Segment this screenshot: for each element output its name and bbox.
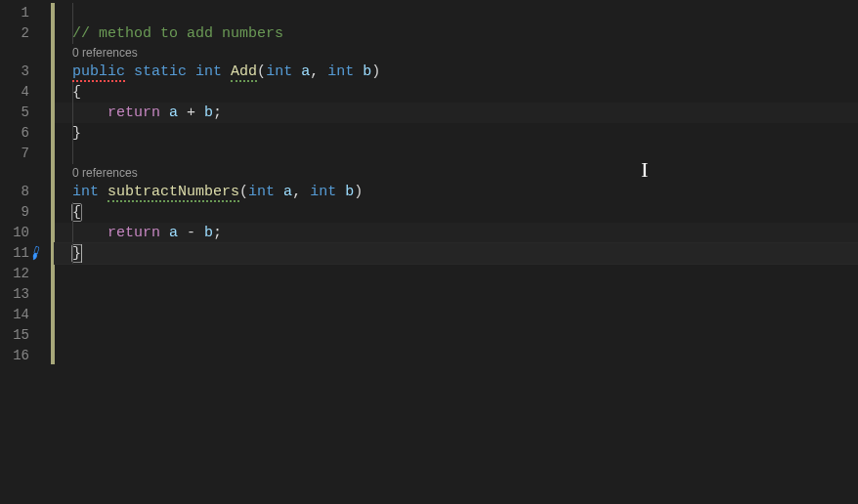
code-line[interactable] [55, 284, 858, 305]
line-number: 2 [0, 23, 51, 44]
line-number: 8 [0, 182, 51, 202]
indent-guide [72, 202, 73, 223]
code-line[interactable]: // method to add numbers [55, 23, 858, 44]
keyword-return: return [107, 225, 160, 241]
keyword-static: static [134, 63, 187, 80]
indent-guide [72, 3, 73, 23]
brace-close: } [72, 125, 81, 142]
comment-text: // method to add numbers [72, 25, 283, 42]
line-number: 10 [0, 223, 51, 243]
code-line[interactable] [55, 144, 858, 164]
type-int: int [195, 63, 222, 80]
brace-close: } [72, 245, 81, 262]
semicolon: ; [213, 105, 222, 121]
code-line-current[interactable]: } [55, 243, 858, 264]
comma: , [292, 184, 310, 200]
code-line[interactable]: return a + b; [55, 103, 858, 123]
paren-open: ( [239, 184, 248, 200]
type-int: int [266, 63, 292, 80]
code-content[interactable]: // method to add numbers 0 references pu… [55, 0, 858, 504]
line-number: 1 [0, 3, 51, 23]
ibeam-cursor-icon: I [641, 159, 648, 181]
operator-minus: - [178, 225, 204, 241]
code-line[interactable]: int subtractNumbers(int a, int b) [55, 182, 858, 202]
paren-open: ( [257, 63, 266, 80]
line-number: 15 [0, 325, 51, 346]
semicolon: ; [213, 225, 222, 241]
param-b: b [363, 63, 371, 80]
code-line[interactable] [55, 3, 858, 23]
var-a: a [169, 105, 178, 121]
type-int: int [310, 184, 336, 200]
codelens-references[interactable]: 0 references [55, 164, 858, 182]
keyword-return: return [107, 105, 160, 121]
code-line[interactable]: } [55, 123, 858, 144]
indent-guide [72, 123, 73, 144]
indent-guide [72, 243, 73, 264]
type-int: int [248, 184, 275, 200]
paren-close: ) [371, 63, 380, 80]
line-number: 3 [0, 62, 51, 82]
indent-guide [72, 144, 73, 164]
indent-guide [72, 223, 73, 243]
brush-icon[interactable]: 🖌 [25, 241, 47, 266]
indent-guide [72, 23, 73, 44]
code-editor[interactable]: 1 2 3 4 5 6 7 8 9 10 11 🖌 12 13 14 15 16… [0, 0, 858, 504]
code-line[interactable] [55, 264, 858, 284]
keyword-public: public [72, 63, 125, 82]
code-line[interactable]: { [55, 82, 858, 103]
line-number: 7 [0, 144, 51, 164]
code-line[interactable]: return a - b; [55, 223, 858, 243]
comma: , [310, 63, 327, 80]
code-line[interactable]: { [55, 202, 858, 223]
code-line[interactable] [55, 305, 858, 325]
method-subtract: subtractNumbers [107, 184, 239, 202]
line-number: 12 [0, 264, 51, 284]
code-line[interactable] [55, 325, 858, 346]
type-int: int [72, 184, 99, 200]
line-number: 4 [0, 82, 51, 103]
brace-open: { [72, 84, 81, 101]
code-line[interactable]: public static int Add(int a, int b) [55, 62, 858, 82]
line-number: 13 [0, 284, 51, 305]
line-number: 6 [0, 123, 51, 144]
var-a: a [169, 225, 178, 241]
indent-guide [72, 103, 73, 123]
var-b: b [204, 105, 213, 121]
line-number: 11 🖌 [0, 243, 51, 264]
method-add: Add [231, 63, 257, 82]
operator-plus: + [178, 105, 204, 121]
param-b: b [345, 184, 354, 200]
brace-open: { [72, 204, 81, 221]
codelens-references[interactable]: 0 references [55, 44, 858, 62]
line-number: 14 [0, 305, 51, 325]
param-a: a [301, 63, 310, 80]
type-int: int [327, 63, 354, 80]
line-number: 16 [0, 346, 51, 366]
paren-close: ) [354, 184, 363, 200]
line-number: 5 [0, 103, 51, 123]
param-a: a [283, 184, 292, 200]
line-number: 9 [0, 202, 51, 223]
line-number-gutter: 1 2 3 4 5 6 7 8 9 10 11 🖌 12 13 14 15 16 [0, 0, 51, 504]
indent-guide [72, 82, 73, 103]
text-cursor [81, 244, 82, 263]
var-b: b [204, 225, 213, 241]
code-line[interactable] [55, 346, 858, 366]
